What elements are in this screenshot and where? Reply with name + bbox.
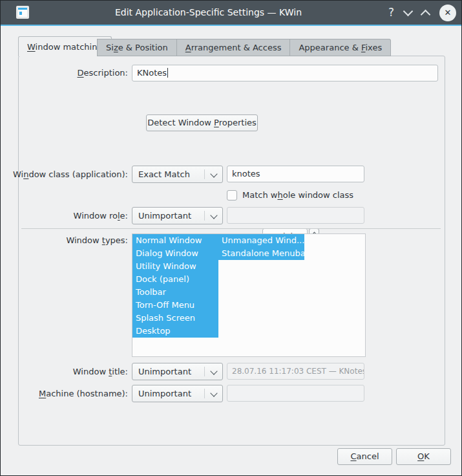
window-role-match-select[interactable]: Unimportant bbox=[132, 207, 223, 224]
tab-arrangement-access[interactable]: Arrangement & Access bbox=[177, 39, 291, 56]
list-item[interactable]: Unmanaged Wind... bbox=[218, 234, 304, 247]
list-item[interactable]: Splash Screen bbox=[132, 312, 218, 325]
separator bbox=[21, 228, 441, 229]
close-icon[interactable]: ✕ bbox=[439, 5, 456, 21]
chevron-down-icon bbox=[210, 170, 217, 177]
tab-size-position[interactable]: Size & Position bbox=[97, 39, 177, 56]
list-item[interactable]: Standalone Menubar bbox=[218, 247, 304, 260]
titlebar[interactable]: Edit Application-Specific Settings — KWi… bbox=[1, 1, 461, 25]
match-whole-class-label: Match whole window class bbox=[242, 189, 353, 201]
text-caret bbox=[167, 68, 168, 78]
list-item[interactable]: Dock (panel) bbox=[132, 273, 218, 286]
titlebar-accent-line bbox=[1, 25, 461, 26]
kwin-app-specific-settings-dialog: Edit Application-Specific Settings — KWi… bbox=[0, 0, 462, 476]
tab-appearance-fixes[interactable]: Appearance & Fixes bbox=[290, 39, 391, 56]
window-role-input bbox=[227, 207, 364, 224]
chevron-down-icon bbox=[210, 389, 217, 396]
description-input[interactable]: KNotes bbox=[132, 65, 438, 81]
window-types-label: Window types: bbox=[66, 233, 128, 248]
maximize-icon[interactable] bbox=[421, 9, 431, 19]
minimize-icon[interactable] bbox=[403, 6, 414, 17]
list-item[interactable]: Toolbar bbox=[132, 286, 218, 299]
window-title-label: Window title: bbox=[73, 363, 128, 380]
machine-hostname-label: Machine (hostname): bbox=[39, 385, 128, 402]
chevron-down-icon bbox=[210, 211, 217, 219]
detect-window-properties-button[interactable]: Detect Window Properties bbox=[146, 114, 258, 131]
description-label: Description: bbox=[78, 65, 128, 81]
chevron-down-icon bbox=[210, 367, 217, 374]
tabbar: Size & Position Arrangement & Access App… bbox=[97, 39, 391, 56]
kwin-app-icon bbox=[16, 6, 29, 19]
help-icon[interactable]: ? bbox=[388, 7, 394, 18]
window-title: Edit Application-Specific Settings — KWi… bbox=[39, 1, 377, 25]
machine-match-select[interactable]: Unimportant bbox=[132, 385, 223, 402]
ok-button[interactable]: OK bbox=[396, 448, 451, 465]
window-title-input: 28.07.16 11:17:03 CEST — KNotes bbox=[227, 363, 364, 380]
list-item[interactable]: Desktop bbox=[132, 325, 218, 338]
window-role-label: Window role: bbox=[74, 207, 128, 224]
window-class-input[interactable]: knotes bbox=[227, 166, 364, 182]
list-item[interactable]: Utility Window bbox=[132, 260, 218, 273]
list-item[interactable]: Normal Window bbox=[132, 234, 218, 247]
window-title-match-select[interactable]: Unimportant bbox=[132, 363, 223, 380]
match-whole-class-checkbox[interactable] bbox=[227, 190, 237, 200]
window-types-list[interactable]: Normal Window Dialog Window Utility Wind… bbox=[132, 233, 366, 357]
window-class-label: Window class (application): bbox=[13, 166, 128, 183]
list-item[interactable]: Dialog Window bbox=[132, 247, 218, 260]
window-class-match-select[interactable]: Exact Match bbox=[132, 166, 223, 183]
list-item[interactable]: Torn-Off Menu bbox=[132, 299, 218, 312]
cancel-button[interactable]: Cancel bbox=[337, 448, 392, 465]
machine-input bbox=[227, 385, 364, 402]
